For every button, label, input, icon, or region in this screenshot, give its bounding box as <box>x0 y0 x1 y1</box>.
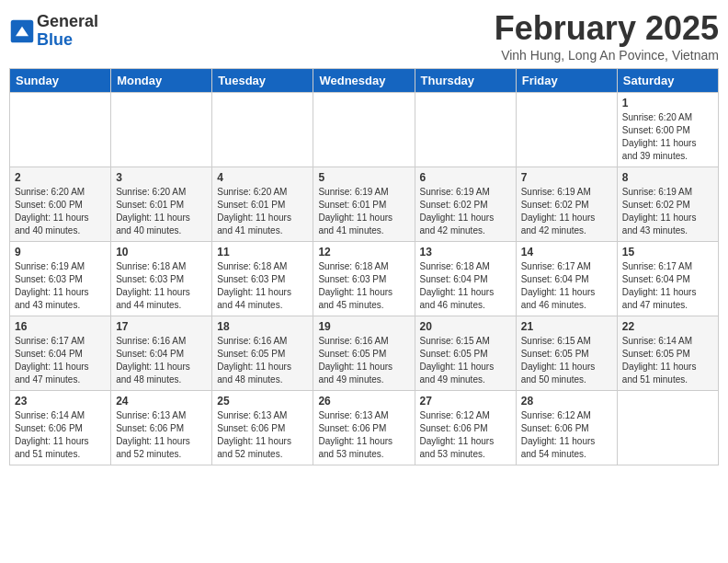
day-info: Sunrise: 6:12 AM Sunset: 6:06 PM Dayligh… <box>420 409 511 461</box>
day-number: 24 <box>116 395 207 408</box>
logo: General Blue <box>9 13 98 50</box>
day-number: 20 <box>420 320 511 333</box>
day-number: 21 <box>521 320 612 333</box>
weekday-header-saturday: Saturday <box>617 69 718 93</box>
weekday-header-tuesday: Tuesday <box>212 69 313 93</box>
day-number: 27 <box>420 395 511 408</box>
calendar-cell: 8Sunrise: 6:19 AM Sunset: 6:02 PM Daylig… <box>617 167 718 242</box>
day-info: Sunrise: 6:18 AM Sunset: 6:03 PM Dayligh… <box>318 260 409 312</box>
calendar-cell: 6Sunrise: 6:19 AM Sunset: 6:02 PM Daylig… <box>415 167 516 242</box>
calendar-cell: 12Sunrise: 6:18 AM Sunset: 6:03 PM Dayli… <box>313 242 415 316</box>
calendar-cell: 17Sunrise: 6:16 AM Sunset: 6:04 PM Dayli… <box>111 316 212 391</box>
month-year-title: February 2025 <box>495 9 719 48</box>
day-number: 28 <box>521 395 612 408</box>
day-number: 1 <box>622 97 713 109</box>
day-info: Sunrise: 6:13 AM Sunset: 6:06 PM Dayligh… <box>318 409 409 461</box>
calendar-cell: 24Sunrise: 6:13 AM Sunset: 6:06 PM Dayli… <box>111 391 212 465</box>
title-block: February 2025 Vinh Hung, Long An Povince… <box>495 9 719 63</box>
day-info: Sunrise: 6:18 AM Sunset: 6:03 PM Dayligh… <box>217 260 308 312</box>
calendar-cell: 3Sunrise: 6:20 AM Sunset: 6:01 PM Daylig… <box>111 167 212 242</box>
calendar-cell <box>415 93 516 167</box>
day-info: Sunrise: 6:19 AM Sunset: 6:03 PM Dayligh… <box>15 260 106 312</box>
weekday-header-thursday: Thursday <box>415 69 516 93</box>
logo-icon <box>9 18 35 44</box>
calendar-cell: 10Sunrise: 6:18 AM Sunset: 6:03 PM Dayli… <box>111 242 212 316</box>
calendar-cell: 7Sunrise: 6:19 AM Sunset: 6:02 PM Daylig… <box>516 167 617 242</box>
calendar-cell: 4Sunrise: 6:20 AM Sunset: 6:01 PM Daylig… <box>212 167 313 242</box>
calendar-cell: 16Sunrise: 6:17 AM Sunset: 6:04 PM Dayli… <box>10 316 111 391</box>
calendar-cell: 25Sunrise: 6:13 AM Sunset: 6:06 PM Dayli… <box>212 391 313 465</box>
day-number: 13 <box>420 246 511 259</box>
week-row-4: 16Sunrise: 6:17 AM Sunset: 6:04 PM Dayli… <box>10 316 719 391</box>
calendar-cell: 1Sunrise: 6:20 AM Sunset: 6:00 PM Daylig… <box>617 93 718 167</box>
day-info: Sunrise: 6:16 AM Sunset: 6:04 PM Dayligh… <box>116 335 207 386</box>
day-number: 10 <box>116 246 207 259</box>
calendar-cell: 26Sunrise: 6:13 AM Sunset: 6:06 PM Dayli… <box>313 391 415 465</box>
calendar-cell: 21Sunrise: 6:15 AM Sunset: 6:05 PM Dayli… <box>516 316 617 391</box>
day-number: 19 <box>318 320 409 333</box>
calendar-cell: 5Sunrise: 6:19 AM Sunset: 6:01 PM Daylig… <box>313 167 415 242</box>
day-info: Sunrise: 6:17 AM Sunset: 6:04 PM Dayligh… <box>521 260 612 312</box>
day-info: Sunrise: 6:13 AM Sunset: 6:06 PM Dayligh… <box>217 409 308 461</box>
calendar-cell <box>212 93 313 167</box>
calendar-cell: 11Sunrise: 6:18 AM Sunset: 6:03 PM Dayli… <box>212 242 313 316</box>
logo-line1: General <box>37 13 98 31</box>
day-number: 6 <box>420 171 511 184</box>
calendar-cell: 27Sunrise: 6:12 AM Sunset: 6:06 PM Dayli… <box>415 391 516 465</box>
day-info: Sunrise: 6:17 AM Sunset: 6:04 PM Dayligh… <box>15 335 106 386</box>
calendar-cell: 23Sunrise: 6:14 AM Sunset: 6:06 PM Dayli… <box>10 391 111 465</box>
day-number: 4 <box>217 171 308 184</box>
calendar-cell: 2Sunrise: 6:20 AM Sunset: 6:00 PM Daylig… <box>10 167 111 242</box>
day-info: Sunrise: 6:19 AM Sunset: 6:02 PM Dayligh… <box>420 186 511 237</box>
day-info: Sunrise: 6:14 AM Sunset: 6:06 PM Dayligh… <box>15 409 106 461</box>
location-subtitle: Vinh Hung, Long An Povince, Vietnam <box>495 48 719 63</box>
day-number: 16 <box>15 320 106 333</box>
day-number: 9 <box>15 246 106 259</box>
calendar-cell: 22Sunrise: 6:14 AM Sunset: 6:05 PM Dayli… <box>617 316 718 391</box>
week-row-5: 23Sunrise: 6:14 AM Sunset: 6:06 PM Dayli… <box>10 391 719 465</box>
day-number: 12 <box>318 246 409 259</box>
day-info: Sunrise: 6:19 AM Sunset: 6:02 PM Dayligh… <box>622 186 713 237</box>
day-info: Sunrise: 6:13 AM Sunset: 6:06 PM Dayligh… <box>116 409 207 461</box>
calendar-cell: 9Sunrise: 6:19 AM Sunset: 6:03 PM Daylig… <box>10 242 111 316</box>
day-number: 22 <box>622 320 713 333</box>
calendar-cell <box>617 391 718 465</box>
calendar-cell: 13Sunrise: 6:18 AM Sunset: 6:04 PM Dayli… <box>415 242 516 316</box>
day-number: 14 <box>521 246 612 259</box>
day-info: Sunrise: 6:20 AM Sunset: 6:00 PM Dayligh… <box>622 111 713 163</box>
day-info: Sunrise: 6:20 AM Sunset: 6:01 PM Dayligh… <box>116 186 207 237</box>
calendar-cell: 19Sunrise: 6:16 AM Sunset: 6:05 PM Dayli… <box>313 316 415 391</box>
day-number: 2 <box>15 171 106 184</box>
day-number: 8 <box>622 171 713 184</box>
day-info: Sunrise: 6:16 AM Sunset: 6:05 PM Dayligh… <box>318 335 409 386</box>
calendar-cell <box>111 93 212 167</box>
day-number: 3 <box>116 171 207 184</box>
calendar-cell: 15Sunrise: 6:17 AM Sunset: 6:04 PM Dayli… <box>617 242 718 316</box>
day-info: Sunrise: 6:20 AM Sunset: 6:00 PM Dayligh… <box>15 186 106 237</box>
day-number: 11 <box>217 246 308 259</box>
day-number: 7 <box>521 171 612 184</box>
week-row-1: 1Sunrise: 6:20 AM Sunset: 6:00 PM Daylig… <box>10 93 719 167</box>
calendar-cell: 28Sunrise: 6:12 AM Sunset: 6:06 PM Dayli… <box>516 391 617 465</box>
day-number: 17 <box>116 320 207 333</box>
day-info: Sunrise: 6:19 AM Sunset: 6:02 PM Dayligh… <box>521 186 612 237</box>
day-info: Sunrise: 6:18 AM Sunset: 6:03 PM Dayligh… <box>116 260 207 312</box>
day-info: Sunrise: 6:15 AM Sunset: 6:05 PM Dayligh… <box>420 335 511 386</box>
calendar-cell: 14Sunrise: 6:17 AM Sunset: 6:04 PM Dayli… <box>516 242 617 316</box>
day-info: Sunrise: 6:12 AM Sunset: 6:06 PM Dayligh… <box>521 409 612 461</box>
weekday-header-sunday: Sunday <box>10 69 111 93</box>
page-header: General Blue February 2025 Vinh Hung, Lo… <box>9 9 719 63</box>
day-number: 26 <box>318 395 409 408</box>
day-info: Sunrise: 6:17 AM Sunset: 6:04 PM Dayligh… <box>622 260 713 312</box>
week-row-2: 2Sunrise: 6:20 AM Sunset: 6:00 PM Daylig… <box>10 167 719 242</box>
weekday-header-wednesday: Wednesday <box>313 69 415 93</box>
weekday-header-row: SundayMondayTuesdayWednesdayThursdayFrid… <box>10 69 719 93</box>
logo-line2: Blue <box>37 31 98 50</box>
day-info: Sunrise: 6:19 AM Sunset: 6:01 PM Dayligh… <box>318 186 409 237</box>
day-info: Sunrise: 6:14 AM Sunset: 6:05 PM Dayligh… <box>622 335 713 386</box>
day-number: 23 <box>15 395 106 408</box>
day-number: 25 <box>217 395 308 408</box>
week-row-3: 9Sunrise: 6:19 AM Sunset: 6:03 PM Daylig… <box>10 242 719 316</box>
calendar-cell <box>516 93 617 167</box>
calendar-cell: 20Sunrise: 6:15 AM Sunset: 6:05 PM Dayli… <box>415 316 516 391</box>
